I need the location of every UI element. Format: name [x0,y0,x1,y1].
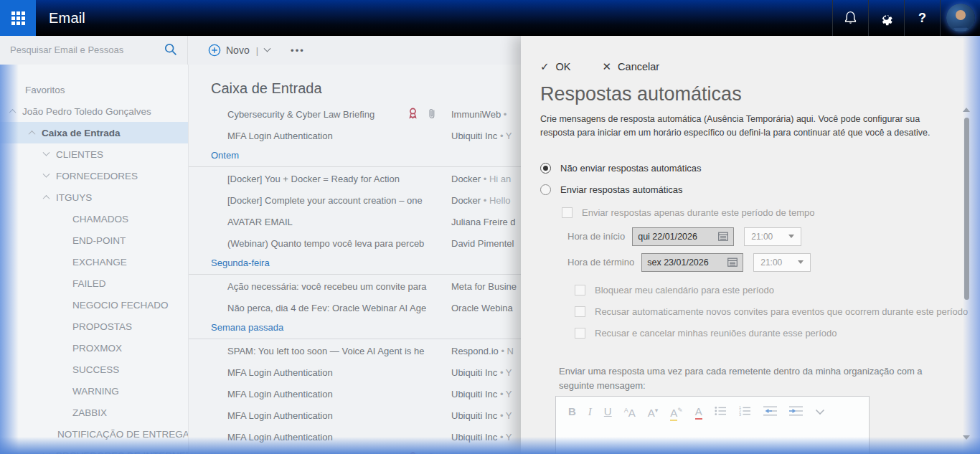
email-subject: [Docker] You + Docker = Ready for Action [227,169,434,190]
start-time-dropdown[interactable]: 21:00 [744,227,801,246]
font-name-icon[interactable]: AA [624,405,636,419]
reply-message-editor[interactable]: BIUAAA▾A✎A123 [555,396,870,454]
start-date-field[interactable]: qui 22/01/2026 [632,227,734,246]
command-bar: Pesquisar Email e Pessoas Novo | ••• [0,36,521,65]
checkbox[interactable] [575,285,585,295]
period-checkbox[interactable] [562,207,573,218]
email-row[interactable]: Ação necessária: você recebeu um convite… [189,276,521,298]
sidebar-item-end-point[interactable]: END-POINT [0,230,188,251]
cancel-button[interactable]: ✕ Cancelar [603,60,660,73]
radio-option-enviar-respostas-automaticas[interactable]: Enviar respostas automáticas [540,179,980,201]
email-row[interactable]: Cybersecurity & Cyber Law BriefingImmuni… [189,448,521,454]
end-date-field[interactable]: sex 23/01/2026 [641,253,743,272]
underline-icon[interactable]: U [604,406,612,417]
top-header: Email ? [0,0,980,36]
search-icon[interactable] [164,43,177,56]
sidebar-item-clientes[interactable]: CLIENTES [0,143,188,165]
sidebar-item-fornecedores[interactable]: FORNECEDORES [0,165,188,186]
end-time-dropdown[interactable]: 21:00 [753,253,811,272]
new-dropdown-chevron-icon[interactable] [264,44,271,52]
search-input[interactable]: Pesquisar Email e Pessoas [0,36,188,65]
chevron-up-icon[interactable] [29,130,36,137]
calendar-icon[interactable] [727,257,738,267]
chevron-down-icon[interactable] [43,170,50,177]
email-row[interactable]: [Docker] Complete your account creation … [189,190,521,212]
email-row[interactable]: MFA Login AuthenticationUbiquiti Inc • Y [189,405,521,427]
email-row[interactable]: MFA Login AuthenticationUbiquiti Inc • Y [189,427,521,448]
radio-option-nao-enviar-respostas-automaticas[interactable]: Não enviar respostas automáticas [540,158,980,179]
checkbox-row-recusar-e-cancelar-minhas-reunioes-duran[interactable]: Recusar e cancelar minhas reuniões duran… [575,323,980,344]
chevron-up-icon[interactable] [43,194,50,202]
email-sender: Respond.io • N [451,341,521,362]
highlight-icon[interactable]: A✎ [670,405,683,419]
email-row[interactable]: MFA Login AuthenticationUbiquiti Inc • Y [189,384,521,405]
sidebar-item-joao-pedro-toledo-goncalves[interactable]: João Pedro Toledo Gonçalves [0,100,188,122]
sidebar-item-exchange[interactable]: EXCHANGE [0,251,188,273]
message-list-pane: Caixa de Entrada Cybersecurity & Cyber L… [188,65,521,454]
period-checkbox-row[interactable]: Enviar respostas apenas durante este per… [562,202,980,224]
indent-icon[interactable] [789,406,803,418]
calendar-icon[interactable] [718,232,728,241]
bold-icon[interactable]: B [568,406,576,417]
checkbox-row-recusar-automaticamente-novos-convites-p[interactable]: Recusar automaticamente novos convites p… [575,301,980,323]
ok-button[interactable]: ✓ OK [540,60,571,73]
email-row[interactable]: Cybersecurity & Cyber Law BriefingImmuni… [189,104,521,126]
bullet-list-icon[interactable] [715,406,727,418]
email-row[interactable]: MFA Login AuthenticationUbiquiti Inc • Y [189,362,521,384]
more-commands-button[interactable]: ••• [291,45,305,56]
email-subject: (Webinar) Quanto tempo você leva para pe… [227,233,434,255]
radio-unselected-icon[interactable] [540,184,551,195]
sidebar-item-proxmox[interactable]: PROXMOX [0,337,188,359]
folder-label: Caixa de Entrada [42,128,121,138]
folder-label: SUCCESS [72,364,119,375]
sidebar-item-negocio-fechado[interactable]: NEGOCIO FECHADO [0,294,188,316]
email-row[interactable]: AVATAR EMAILJuliana Freire d [189,212,521,233]
sidebar-item-itguys[interactable]: ITGUYS [0,186,188,208]
period-checkbox-label: Enviar respostas apenas durante este per… [582,207,815,218]
chevron-up-icon[interactable] [9,108,17,115]
email-row[interactable]: Não perca, dia 4 de Fev: Oracle Webinar … [189,298,521,319]
checkbox-row-bloquear-meu-calendario-para-este-period[interactable]: Bloquear meu calendário para este períod… [575,280,980,301]
sidebar-item-chamados[interactable]: CHAMADOS [0,208,188,230]
numbered-list-icon[interactable]: 123 [739,406,751,418]
end-time-label: Hora de término [567,257,634,268]
folder-label: Favoritos [25,85,65,95]
email-row[interactable]: [Docker] You + Docker = Ready for Action… [189,169,521,190]
email-row[interactable]: MFA Login AuthenticationUbiquiti Inc • Y [189,126,521,147]
sidebar-item-propostas[interactable]: PROPOSTAS [0,316,188,337]
sidebar-item-notificacao-de-entrega[interactable]: NOTIFICAÇÃO DE ENTREGA [0,423,188,445]
settings-button[interactable] [868,0,904,36]
scrollbar-thumb[interactable] [964,118,969,300]
radio-selected-icon[interactable] [540,163,551,174]
checkbox[interactable] [575,328,585,339]
outdent-icon[interactable] [763,406,777,418]
email-preview: • Y [497,131,512,141]
sidebar-item-warning[interactable]: WARNING [0,380,188,402]
sidebar-item-provedores-de-internet[interactable]: PROVEDORES DE INTERNET [0,445,188,454]
email-row[interactable]: (Webinar) Quanto tempo você leva para pe… [189,233,521,255]
checkbox[interactable] [575,306,585,317]
folder-label: EXCHANGE [72,257,127,268]
notifications-button[interactable] [832,0,868,36]
paperclip-icon [428,108,435,122]
sidebar-item-failed[interactable]: FAILED [0,273,188,294]
font-color-icon[interactable]: A [695,406,702,417]
sidebar-item-caixa-de-entrada[interactable]: Caixa de Entrada [0,122,188,143]
chevron-down-icon[interactable] [43,450,50,454]
new-button[interactable]: Novo [226,44,250,56]
chevron-down-icon[interactable] [43,148,50,156]
user-avatar[interactable] [946,4,975,32]
sidebar-item-zabbix[interactable]: ZABBIX [0,402,188,423]
more-formatting-icon[interactable] [815,406,825,417]
help-button[interactable]: ? [904,0,940,36]
sidebar-item-favoritos[interactable]: Favoritos [0,79,188,100]
italic-icon[interactable]: I [588,406,592,417]
email-preview: • Y [497,432,512,443]
app-launcher-button[interactable] [0,0,36,36]
checkmark-icon: ✓ [540,60,550,73]
font-size-icon[interactable]: A▾ [648,405,659,419]
scrollbar-down-arrow[interactable] [963,435,970,440]
scrollbar-up-arrow[interactable] [963,108,970,112]
email-row[interactable]: SPAM: You left too soon — Voice AI Agent… [189,341,521,362]
sidebar-item-success[interactable]: SUCCESS [0,359,188,380]
